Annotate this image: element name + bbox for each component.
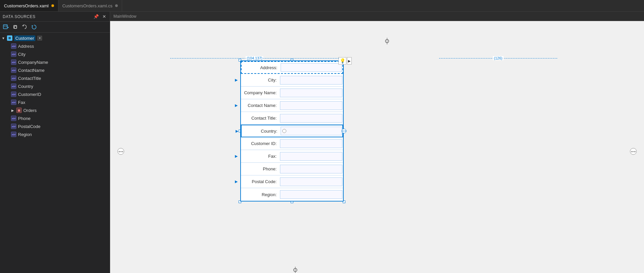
tab-xaml-label: CustomersOrders.xaml (4, 3, 49, 8)
form-row-region: Region: (241, 188, 343, 201)
tree-root-customer[interactable]: ▼ ⊞ Customer ▾ (0, 34, 110, 42)
tree-item-phone[interactable]: abl Phone (0, 114, 110, 122)
top-pin (384, 38, 390, 44)
contactname-field-label: Contact Name: (241, 103, 279, 108)
panel-icons: 📌 ✕ (93, 14, 107, 20)
city-input[interactable] (280, 76, 342, 85)
main-area: Data Sources 📌 ✕ (0, 12, 644, 273)
address-label: Address (18, 44, 34, 49)
designer-titlebar: MainWindow (110, 12, 644, 21)
svg-rect-8 (14, 26, 17, 28)
collapse-toggle[interactable]: ▼ (1, 36, 5, 40)
close-icon[interactable]: ✕ (101, 14, 107, 20)
country-radio[interactable] (282, 129, 286, 133)
svg-point-1 (4, 25, 5, 26)
tree-item-orders[interactable]: ▶ ▦ Orders (0, 106, 110, 114)
address-input[interactable] (281, 63, 342, 72)
measurement-row: (104.137) (126) (170, 56, 557, 60)
field-icon-region: abl (11, 131, 17, 137)
field-icon-city: abl (11, 51, 17, 57)
form-row-phone: Phone: (241, 163, 343, 175)
contactname-label: ContactName (18, 68, 44, 73)
tree-container: ▼ ⊞ Customer ▾ abl Address abl City (0, 33, 110, 273)
form-row-fax: ▶ Fax: (241, 150, 343, 163)
contacttitle-input[interactable] (280, 114, 342, 123)
tab-cs[interactable]: CustomersOrders.xaml.cs (58, 0, 122, 11)
city-field-label: City: (241, 78, 279, 83)
fax-input[interactable] (280, 152, 342, 161)
field-icon-fax: abl (11, 99, 17, 105)
fax-field-label: Fax: (241, 154, 279, 159)
customerid-label: CustomerID (18, 92, 41, 97)
contacttitle-label: ContactTitle (18, 76, 41, 81)
tab-cs-dot (115, 4, 118, 7)
form-row-contacttitle: Contact Title: (241, 112, 343, 125)
country-radio-container (281, 127, 342, 135)
orders-label: Orders (23, 108, 37, 113)
tree-item-contactname[interactable]: abl ContactName (0, 66, 110, 74)
tree-item-customerid[interactable]: abl CustomerID (0, 90, 110, 98)
tab-xaml[interactable]: CustomersOrders.xaml (0, 0, 58, 11)
postalcode-input[interactable] (280, 177, 342, 186)
outer-left-handle[interactable]: ⟺ (117, 148, 124, 155)
customerid-field-label: Customer ID: (241, 141, 279, 146)
copy-button[interactable] (11, 23, 19, 31)
database-icon: ⊞ (7, 35, 13, 41)
table-icon-orders: ▦ (16, 107, 22, 113)
postalcode-row-arrow: ▶ (235, 179, 238, 184)
tree-item-postalcode[interactable]: abl PostalCode (0, 122, 110, 130)
field-icon-contactname: abl (11, 67, 17, 73)
field-icon-country: abl (11, 83, 17, 89)
designer-canvas[interactable]: ⟺ ⟺ (104.137) (126) (110, 21, 644, 273)
phone-input[interactable] (280, 165, 342, 173)
tree-item-fax[interactable]: abl Fax (0, 98, 110, 106)
companyname-input[interactable] (280, 89, 342, 97)
data-sources-panel: Data Sources 📌 ✕ (0, 12, 110, 273)
country-field-label: Country: (242, 129, 280, 134)
city-row-arrow: ▶ (235, 78, 238, 82)
postalcode-label: PostalCode (18, 124, 40, 129)
phone-label: Phone (18, 116, 31, 121)
toolbar-row (0, 22, 110, 33)
wpf-form: Address: ▶ City: Company Name: (240, 60, 344, 201)
tree-item-region[interactable]: abl Region (0, 130, 110, 138)
pin-icon[interactable]: 📌 (93, 14, 99, 20)
field-icon-customerid: abl (11, 91, 17, 97)
outer-right-handle[interactable]: ⟺ (630, 148, 637, 155)
right-measure-label: (126) (493, 56, 504, 60)
panel-title: Data Sources (3, 14, 35, 19)
add-datasource-button[interactable] (2, 23, 10, 31)
country-row-arrow: ▶ (236, 129, 238, 133)
postalcode-field-label: Postal Code: (241, 179, 279, 184)
fax-label: Fax (18, 100, 25, 105)
undo-button[interactable] (21, 23, 29, 31)
companyname-label: CompanyName (18, 60, 48, 65)
tree-item-address[interactable]: abl Address (0, 42, 110, 50)
refresh-button[interactable] (30, 23, 38, 31)
address-field-label: Address: (242, 65, 280, 70)
form-row-customerid: Customer ID: (241, 137, 343, 150)
contacttitle-field-label: Contact Title: (241, 116, 279, 121)
svg-point-3 (4, 26, 5, 27)
field-icon-address: abl (11, 43, 17, 49)
country-right-handle[interactable]: ⟺ (342, 129, 346, 133)
orders-toggle[interactable]: ▶ (11, 108, 15, 112)
customer-label: Customer (14, 35, 35, 41)
form-row-postalcode: ▶ Postal Code: (241, 175, 343, 188)
contactname-input[interactable] (280, 101, 342, 110)
tab-xaml-dot (51, 4, 54, 7)
tree-item-companyname[interactable]: abl CompanyName (0, 58, 110, 66)
region-input[interactable] (280, 190, 342, 199)
tree-item-country[interactable]: abl Country (0, 82, 110, 90)
tab-cs-label: CustomersOrders.xaml.cs (62, 3, 112, 8)
region-field-label: Region: (241, 192, 279, 197)
field-icon-contacttitle: abl (11, 75, 17, 81)
contactname-row-arrow: ▶ (235, 103, 238, 108)
customerid-input[interactable] (280, 139, 342, 148)
tree-item-city[interactable]: abl City (0, 50, 110, 58)
form-row-address: Address: (241, 61, 343, 74)
bottom-pin (292, 267, 299, 273)
field-icon-companyname: abl (11, 59, 17, 65)
customer-dropdown[interactable]: ▾ (37, 36, 42, 40)
tree-item-contacttitle[interactable]: abl ContactTitle (0, 74, 110, 82)
